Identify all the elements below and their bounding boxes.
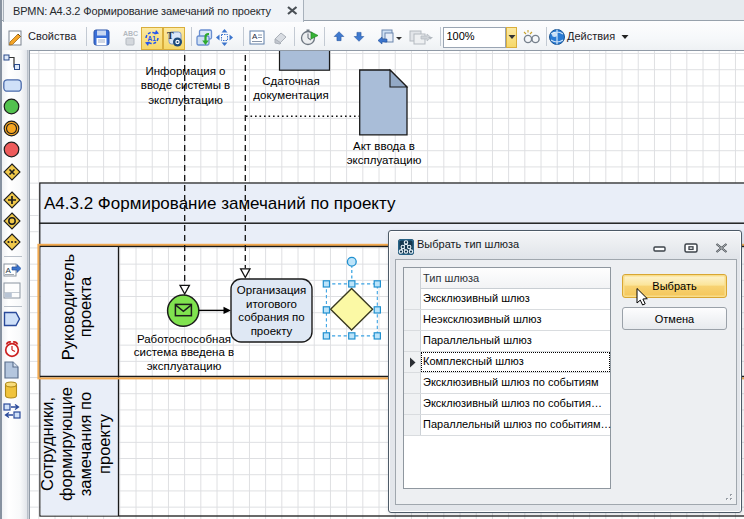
svg-text:вводе системы в: вводе системы в [141,79,230,91]
svg-text:проекту: проекту [251,325,293,337]
svg-text:эксплуатацию: эксплуатацию [148,94,223,106]
svg-text:документация: документация [253,89,328,101]
svg-text:A1: A1 [148,35,157,42]
svg-text:эксплуатацию: эксплуатацию [147,360,222,372]
svg-text:Руководитель: Руководитель [59,254,77,360]
svg-text:Организация: Организация [237,284,306,296]
svg-text:Информация о: Информация о [145,65,225,77]
svg-text:T: T [167,30,174,41]
svg-text:собрания по: собрания по [238,311,304,323]
svg-text:эксплуатацию: эксплуатацию [347,154,422,166]
svg-text:Акт ввода в: Акт ввода в [353,140,415,152]
svg-text:формирующие: формирующие [57,387,75,501]
svg-text:A: A [6,266,12,275]
svg-text:A: A [252,32,258,41]
svg-text:A4.3.2 Формирование замечаний: A4.3.2 Формирование замечаний по проекту [44,194,396,213]
svg-text:проекту: проекту [95,413,113,474]
svg-text:Сдаточная: Сдаточная [262,75,319,87]
svg-text:проекта: проекта [76,276,94,337]
svg-text:итогового: итогового [246,298,297,310]
svg-text:Сотрудники,: Сотрудники, [38,397,56,491]
svg-text:система введена в: система введена в [134,346,234,358]
svg-text:ABC: ABC [123,30,138,37]
svg-text:Работоспособная: Работоспособная [137,333,231,345]
svg-text:замечания по: замечания по [76,392,94,496]
